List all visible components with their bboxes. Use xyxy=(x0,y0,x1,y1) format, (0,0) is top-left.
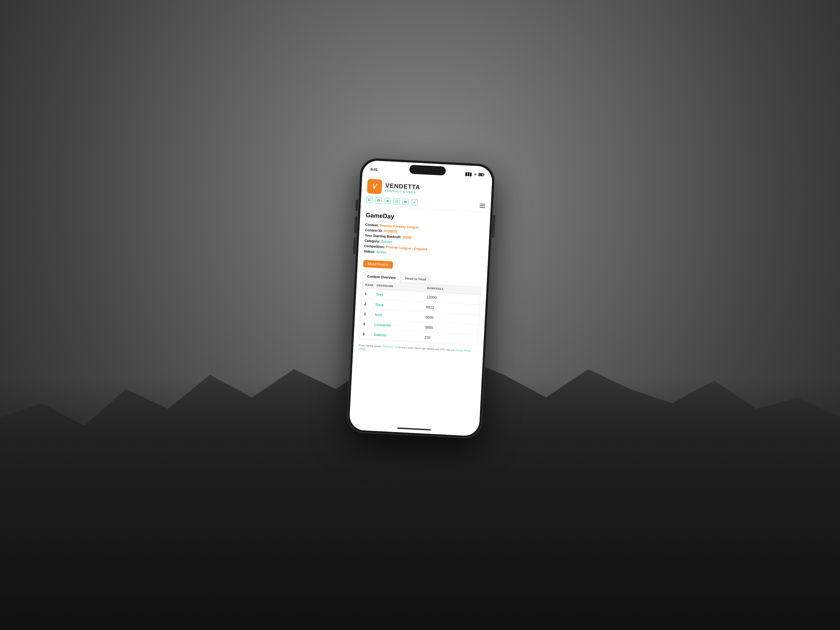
battery-icon xyxy=(478,173,485,177)
contest-label: Contest: xyxy=(365,223,379,227)
username-2[interactable]: Sara xyxy=(375,302,426,309)
rank-2: 2 xyxy=(364,302,376,306)
volume-down-button xyxy=(353,237,356,254)
contest-table: RANK USERNAME BANKROLL 1 Trey 12000 2 xyxy=(359,281,481,345)
svg-rect-1 xyxy=(483,174,485,175)
bankroll-value: 10000 xyxy=(402,235,412,240)
contest-id-label: Contest ID: xyxy=(365,228,383,233)
bankroll-1: 12000 xyxy=(426,295,477,302)
logo-row: V VENDETTA FANTASY GAMES xyxy=(367,179,486,200)
app-logo: V xyxy=(367,179,382,194)
bankroll-2: 8812 xyxy=(426,305,477,312)
youtube-icon[interactable] xyxy=(403,199,409,205)
svg-rect-2 xyxy=(478,173,482,176)
col-bankroll: BANKROLL xyxy=(427,286,478,292)
volume-up-button xyxy=(354,216,357,233)
category-label: Category: xyxy=(364,238,380,243)
rank-3: 3 xyxy=(364,312,375,316)
col-username: USERNAME xyxy=(376,284,427,289)
deactivate-button[interactable]: DEACTIVATE xyxy=(363,260,393,268)
competition-value: Premier League - England xyxy=(386,245,428,251)
phone-frame: 9:41 ▋▋▋ V xyxy=(347,158,495,439)
rank-1: 1 xyxy=(365,292,376,297)
phone-screen: 9:41 ▋▋▋ V xyxy=(349,160,493,437)
twitter-icon[interactable] xyxy=(384,198,391,204)
status-value: Active xyxy=(376,250,387,254)
page-title: GameDay xyxy=(366,212,485,225)
status-icons: ▋▋▋ xyxy=(465,172,485,177)
phone-mockup: 9:41 ▋▋▋ V xyxy=(347,158,495,439)
rank-4: 4 xyxy=(363,322,375,327)
status-label: Status: xyxy=(364,249,375,254)
category-value: Soccer xyxy=(381,239,393,244)
info-section: Contest: Premier Fantasy League Contest … xyxy=(364,223,484,259)
col-rank: RANK xyxy=(365,283,377,287)
contest-id-value: 0330820 xyxy=(384,229,397,234)
twitch-icon[interactable] xyxy=(366,197,373,203)
status-time: 9:41 xyxy=(370,167,378,172)
mute-button xyxy=(355,199,358,210)
contest-value: Premier Fantasy League xyxy=(380,223,418,229)
contact-link[interactable]: CONTACT US xyxy=(382,345,398,349)
signal-icon: ▋▋▋ xyxy=(465,172,472,176)
logo-letter: V xyxy=(372,182,377,191)
phone-notch xyxy=(409,165,446,175)
instagram-icon[interactable] xyxy=(393,198,400,204)
bankroll-3: 8600 xyxy=(425,315,476,322)
footer-text-before: If you having issues xyxy=(359,344,382,348)
username-5[interactable]: Gabriel xyxy=(374,332,425,339)
hamburger-menu[interactable] xyxy=(479,204,485,208)
footer-text-middle: to learn more how to get started with VF… xyxy=(398,346,455,352)
bankroll-label: Your Starting Bankroll: xyxy=(365,233,401,239)
wifi-icon xyxy=(473,172,477,177)
bankroll-4: 3800 xyxy=(425,325,476,332)
social-icons xyxy=(366,197,418,205)
username-3[interactable]: Ivan xyxy=(375,313,426,319)
screen-content[interactable]: V VENDETTA FANTASY GAMES xyxy=(349,174,492,437)
facebook-icon[interactable] xyxy=(376,197,382,204)
competition-label: Competition: xyxy=(364,244,385,249)
tab-head-to-head[interactable]: Head to head xyxy=(400,273,431,284)
tiktok-icon[interactable] xyxy=(411,199,417,205)
brand-text: VENDETTA FANTASY GAMES xyxy=(385,182,420,194)
username-1[interactable]: Trey xyxy=(376,292,427,299)
footer-text: If you having issues CONTACT US to learn… xyxy=(359,344,478,357)
bankroll-5: 230 xyxy=(424,335,475,342)
main-content: GameDay Contest: Premier Fantasy League … xyxy=(353,205,491,363)
username-4[interactable]: Leonardo xyxy=(374,322,425,329)
power-button xyxy=(492,215,495,237)
rank-5: 5 xyxy=(363,332,374,336)
